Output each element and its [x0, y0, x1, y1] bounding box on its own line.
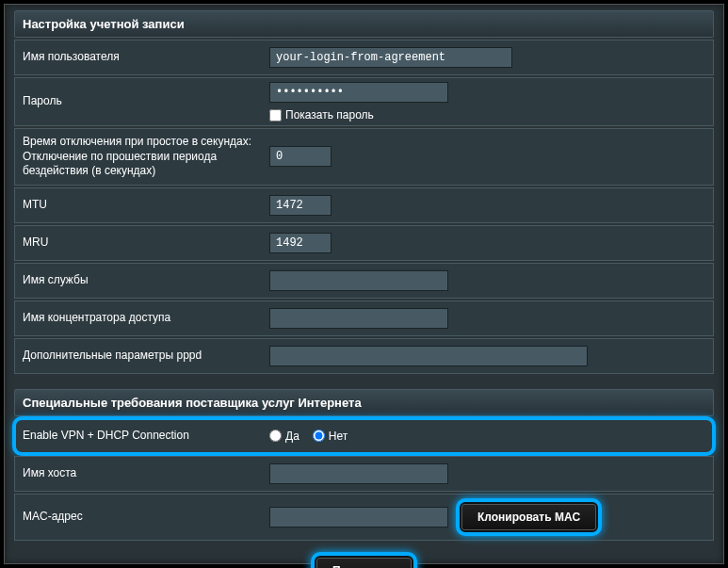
show-password-label: Показать пароль [285, 108, 374, 122]
row-service: Имя службы [14, 263, 714, 299]
concentrator-input[interactable] [269, 308, 448, 329]
label-service: Имя службы [15, 268, 262, 294]
username-input[interactable] [269, 47, 512, 68]
row-mru: MRU [14, 225, 714, 261]
mac-input[interactable] [269, 507, 448, 527]
vpn-dhcp-no-label: Нет [329, 430, 348, 443]
mru-input[interactable] [269, 233, 332, 253]
label-mru: MRU [15, 230, 262, 256]
row-idle: Время отключения при простое в секундах:… [14, 128, 714, 186]
idle-input[interactable] [269, 146, 332, 167]
row-pppd: Дополнительные параметры pppd [14, 338, 714, 374]
label-mtu: MTU [15, 192, 262, 219]
clone-mac-button[interactable]: Клонировать MAC [461, 504, 596, 530]
mtu-input[interactable] [269, 195, 332, 216]
label-idle: Время отключения при простое в секундах:… [15, 129, 262, 185]
row-password: Пароль Показать пароль [14, 77, 714, 126]
row-mac: MAC-адрес Клонировать MAC [14, 494, 714, 541]
show-password-checkbox[interactable] [269, 109, 282, 122]
row-username: Имя пользователя [14, 40, 714, 75]
service-input[interactable] [269, 270, 448, 291]
vpn-dhcp-yes-radio[interactable] [269, 430, 282, 442]
apply-highlight: Применить [311, 552, 417, 568]
row-vpn-dhcp: Enable VPN + DHCP Connection Да Нет [14, 418, 714, 454]
label-concentrator: Имя концентратора доступа [15, 305, 262, 332]
label-host: Имя хоста [15, 461, 262, 487]
section-header-isp: Специальные требования поставщика услуг … [14, 389, 714, 416]
host-input[interactable] [269, 463, 448, 484]
label-vpn-dhcp: Enable VPN + DHCP Connection [15, 423, 262, 449]
label-pppd: Дополнительные параметры pppd [15, 343, 262, 369]
row-concentrator: Имя концентратора доступа [14, 300, 714, 336]
pppd-input[interactable] [269, 346, 588, 366]
row-host: Имя хоста [14, 456, 714, 492]
vpn-dhcp-yes-label: Да [285, 430, 299, 443]
section-header-account: Настройка учетной записи [14, 10, 714, 38]
vpn-dhcp-no-radio[interactable] [313, 430, 325, 442]
label-username: Имя пользователя [15, 44, 262, 71]
clone-mac-highlight: Клонировать MAC [456, 498, 602, 536]
row-mtu: MTU [14, 187, 714, 223]
apply-button[interactable]: Применить [316, 558, 412, 568]
label-mac: MAC-адрес [15, 504, 262, 530]
password-input[interactable] [269, 82, 448, 103]
label-password: Пароль [15, 89, 262, 115]
